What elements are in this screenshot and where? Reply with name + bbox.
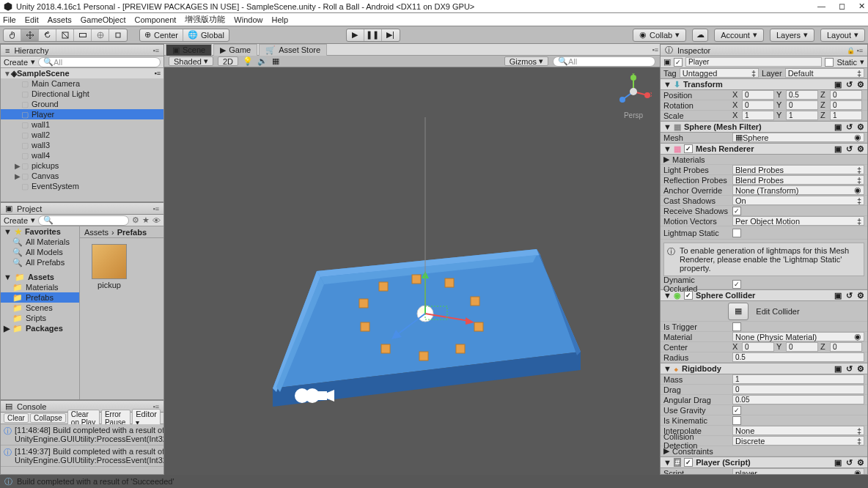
gear-icon[interactable]: ⚙ [857, 364, 864, 374]
hierarchy-item-main-camera[interactable]: ▢Main Camera [1, 78, 163, 89]
collapse-toggle[interactable]: Collapse [30, 413, 66, 423]
layer-dropdown[interactable]: Default‡ [785, 68, 864, 78]
favorite-all-prefabs[interactable]: 🔍All Prefabs [1, 257, 79, 267]
orientation-gizmo[interactable]: y x Persp [613, 73, 654, 125]
interpolate-dropdown[interactable]: None‡ [732, 426, 864, 435]
reflection-probes-dropdown[interactable]: Blend Probes‡ [732, 175, 864, 185]
physic-material-field[interactable]: None (Physic Material)◉ [732, 332, 864, 341]
console-log[interactable]: ⓘ[11:48:48] Build completed with a resul… [1, 424, 163, 474]
active-toggle[interactable]: ✓ [674, 58, 683, 67]
play-button[interactable]: ▶ [347, 29, 364, 41]
pos-y[interactable]: 0.5 [786, 90, 818, 100]
scale-y[interactable]: 1 [786, 111, 818, 120]
hierarchy-item-wall1[interactable]: ▢wall1 [1, 119, 163, 130]
pos-z[interactable]: 0 [830, 90, 862, 100]
hierarchy-item-canvas[interactable]: ▶▢Canvas [1, 171, 163, 181]
minimize-icon[interactable]: — [817, 1, 825, 11]
folder-prefabs[interactable]: 📁Prefabs [1, 292, 79, 303]
rot-y[interactable]: 0 [786, 100, 818, 110]
panel-menu-icon[interactable]: ▪≡ [652, 46, 658, 53]
persp-label[interactable]: Persp [624, 111, 643, 119]
script-enabled[interactable]: ✓ [684, 458, 693, 467]
hierarchy-item-directional-light[interactable]: ▢Directional Light [1, 89, 163, 99]
mr-enabled[interactable]: ✓ [684, 144, 693, 153]
lock-icon[interactable]: 🔒 ▪≡ [847, 47, 863, 54]
space-toggle[interactable]: 🌐Global [183, 29, 229, 41]
mass-input[interactable]: 1 [732, 374, 864, 384]
player-script-component[interactable]: ▼#✓Player (Script)▣↺⚙ [661, 456, 867, 468]
inspector-body[interactable]: ▣ ✓ Static▾ Tag Untagged‡ Layer Default‡… [661, 56, 867, 474]
layers-dropdown[interactable]: Layers▾ [770, 29, 814, 42]
cast-shadows-dropdown[interactable]: On‡ [732, 196, 864, 205]
audio-toggle[interactable]: 🔊 [257, 56, 268, 66]
scene-search[interactable]: 🔍All [553, 56, 655, 67]
reset-icon[interactable]: ↺ [846, 144, 853, 154]
hidden-icon[interactable]: 👁 [152, 216, 161, 225]
close-icon[interactable]: ✕ [858, 1, 865, 11]
breadcrumb-leaf[interactable]: Prefabs [117, 228, 147, 237]
asset-grid[interactable]: pickup [80, 238, 163, 399]
panel-menu-icon[interactable]: ▪≡ [153, 47, 159, 54]
mesh-filter-component[interactable]: ▼▦Sphere (Mesh Filter)▣↺⚙ [661, 121, 867, 133]
panel-menu-icon[interactable]: ▪≡ [153, 205, 159, 212]
pause-button[interactable]: ❚❚ [364, 29, 382, 41]
angular-drag-input[interactable]: 0.05 [732, 395, 864, 404]
hierarchy-item-pickups[interactable]: ▶▢pickups [1, 160, 163, 171]
motion-vectors-dropdown[interactable]: Per Object Motion‡ [732, 216, 864, 226]
scene-view[interactable]: y x Persp [164, 67, 660, 475]
tag-dropdown[interactable]: Untagged‡ [680, 68, 759, 78]
rot-z[interactable]: 0 [830, 100, 862, 110]
gear-icon[interactable]: ⚙ [857, 144, 864, 154]
asset-item[interactable]: pickup [86, 244, 133, 289]
effects-toggle[interactable]: ▦ [272, 56, 279, 66]
sc-enabled[interactable]: ✓ [684, 291, 693, 300]
help-icon[interactable]: ▣ [834, 144, 842, 154]
2d-toggle[interactable]: 2D [218, 56, 238, 66]
collision-dropdown[interactable]: Discrete‡ [732, 436, 864, 446]
hierarchy-tree[interactable]: ▼◈ SampleScene ▪≡ ▢Main Camera▢Direction… [1, 68, 163, 202]
reset-icon[interactable]: ↺ [846, 80, 853, 89]
lightmap-static-toggle[interactable] [732, 229, 741, 237]
hierarchy-item-ground[interactable]: ▢Ground [1, 99, 163, 109]
scale-z[interactable]: 1 [830, 111, 862, 120]
hierarchy-tab[interactable]: ≡ Hierarchy ▪≡ [1, 45, 163, 56]
menu-gameobject[interactable]: GameObject [81, 15, 126, 24]
packages-header[interactable]: ▶📁Packages [1, 323, 79, 333]
hierarchy-item-eventsystem[interactable]: ▢EventSystem [1, 181, 163, 191]
hand-tool[interactable] [4, 29, 21, 41]
help-icon[interactable]: ▣ [834, 80, 842, 89]
custom-tool[interactable] [109, 29, 127, 41]
combined-tool[interactable] [92, 29, 109, 41]
menu-assets[interactable]: Assets [48, 15, 72, 24]
pos-x[interactable]: 0 [742, 90, 774, 100]
is-kinematic-toggle[interactable] [732, 416, 741, 425]
layout-dropdown[interactable]: Layout▾ [820, 29, 865, 42]
log-entry[interactable]: ⓘ[11:49:37] Build completed with a resul… [1, 446, 163, 467]
tab-game[interactable]: ▶Game [213, 44, 257, 56]
scale-x[interactable]: 1 [742, 111, 774, 120]
menu-window[interactable]: Window [234, 15, 262, 24]
gizmos-dropdown[interactable]: Gizmos▾ [504, 56, 548, 66]
reset-icon[interactable]: ↺ [846, 458, 853, 467]
help-icon[interactable]: ▣ [834, 122, 842, 132]
folder-sripts[interactable]: 📁Sripts [1, 313, 79, 323]
static-toggle[interactable] [825, 58, 834, 67]
account-dropdown[interactable]: Account▾ [714, 29, 764, 42]
project-tab[interactable]: ▣ Project ▪≡ [1, 203, 163, 215]
save-icon[interactable]: ★ [142, 215, 150, 225]
pivot-toggle[interactable]: ⊕Center [140, 29, 183, 41]
help-icon[interactable]: ▣ [834, 291, 842, 300]
rotate-tool[interactable] [39, 29, 56, 41]
gear-icon[interactable]: ⚙ [857, 80, 864, 89]
gear-icon[interactable]: ⚙ [857, 291, 864, 300]
rect-tool[interactable] [74, 29, 92, 41]
create-dropdown[interactable]: Create [4, 58, 28, 67]
inspector-tab[interactable]: ⓘ Inspector 🔒 ▪≡ [661, 45, 867, 56]
rot-x[interactable]: 0 [742, 100, 774, 110]
help-icon[interactable]: ▣ [834, 458, 842, 467]
filter-icon[interactable]: ⚙ [132, 215, 139, 225]
anchor-override-field[interactable]: None (Transform)◉ [732, 185, 864, 195]
edit-collider-button[interactable]: ▦ [728, 303, 749, 320]
radius-input[interactable]: 0.5 [732, 352, 864, 362]
assets-header[interactable]: ▼📁Assets [1, 272, 79, 282]
